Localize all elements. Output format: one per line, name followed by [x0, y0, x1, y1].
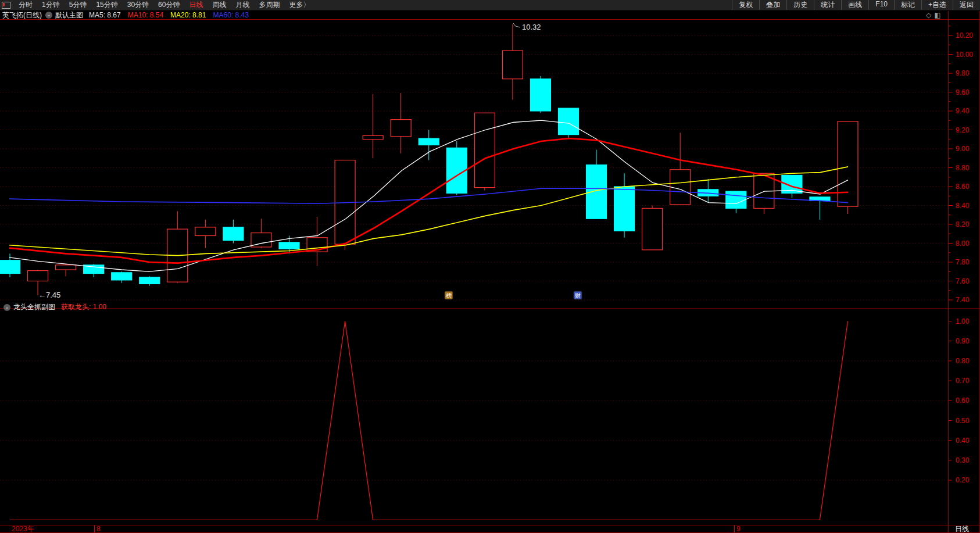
mark-button[interactable]: 标记: [894, 0, 921, 10]
sub-y-axis-label: 0.80: [956, 357, 970, 365]
event-marker-label: 财: [575, 292, 581, 299]
overlay-button[interactable]: 叠加: [759, 0, 786, 10]
sub-y-axis-label: 0.60: [956, 396, 970, 405]
chart-canvas[interactable]: 10.2010.009.809.609.409.209.008.808.608.…: [0, 10, 980, 533]
ma-line-ma20: [9, 167, 848, 256]
main-chart-header: 英飞拓(日线) ⌄ 默认主图 MA5: 8.67MA10: 8.54MA20: …: [0, 10, 256, 20]
low-label: ←7.45: [38, 291, 60, 299]
ma-legend: MA5: 8.67MA10: 8.54MA20: 8.81MA60: 8.43: [89, 11, 256, 19]
tab-period-fenshi[interactable]: 分时: [14, 0, 37, 10]
chart-stage: 10.2010.009.809.609.409.209.008.808.608.…: [0, 10, 980, 533]
y-axis-label: 9.00: [956, 145, 970, 153]
tab-period-30min[interactable]: 30分钟: [123, 0, 153, 10]
candle: [28, 271, 48, 281]
tab-period-weekly[interactable]: 周线: [208, 0, 231, 10]
history-button[interactable]: 历史: [786, 0, 814, 10]
toolbar-actions: 复权叠加历史统计画线F10标记+自选返回: [732, 0, 980, 10]
candle: [112, 273, 132, 280]
x-axis-month-label: 9: [736, 525, 741, 533]
y-axis-label: 8.00: [956, 239, 970, 248]
chevron-down-icon[interactable]: ⌄: [3, 304, 10, 311]
candle: [474, 113, 495, 187]
candle: [614, 187, 635, 231]
back-button[interactable]: 返回: [953, 0, 980, 10]
tab-period-daily[interactable]: 日线: [184, 0, 208, 10]
tab-period-15min[interactable]: 15分钟: [91, 0, 122, 10]
candle: [140, 277, 160, 284]
fuquan-button[interactable]: 复权: [732, 0, 759, 10]
y-axis-label: 7.40: [956, 296, 970, 304]
sub-y-axis-label: 0.40: [956, 437, 970, 445]
candle: [419, 138, 439, 145]
candle: [502, 51, 523, 79]
sub-chart-title: 龙头全抓副图: [13, 302, 55, 312]
y-axis-label: 9.20: [956, 126, 970, 134]
header-right-icons: ◇ ◧: [926, 10, 941, 20]
candle: [279, 242, 299, 249]
y-axis-label: 9.60: [956, 88, 970, 96]
layout-label[interactable]: 默认主图: [55, 10, 83, 20]
tab-period-monthly[interactable]: 月线: [231, 0, 254, 10]
ma5-label: MA5: 8.67: [89, 11, 121, 19]
chevron-down-icon[interactable]: ⌄: [45, 12, 52, 19]
y-axis-label: 7.60: [956, 277, 970, 285]
stats-button[interactable]: 统计: [814, 0, 841, 10]
x-axis-month-label: 8: [96, 525, 101, 533]
candle: [726, 191, 746, 208]
ma60-label: MA60: 8.43: [213, 11, 248, 19]
candle: [0, 260, 20, 274]
x-axis-year-label: 2023年: [12, 525, 34, 533]
f10-button[interactable]: F10: [868, 0, 894, 10]
toolbar: 分时1分钟5分钟15分钟30分钟60分钟日线周线月线多周期更多〉 复权叠加历史统…: [0, 0, 980, 10]
indicator-value: 获取龙头: 1.00: [61, 302, 106, 312]
sub-y-axis-label: 0.50: [956, 417, 970, 425]
candle: [586, 165, 607, 219]
period-tabs: 分时1分钟5分钟15分钟30分钟60分钟日线周线月线多周期更多〉: [14, 0, 314, 10]
app-icon[interactable]: [2, 2, 10, 9]
sub-y-axis-label: 0.20: [956, 476, 970, 484]
y-axis-label: 9.40: [956, 107, 970, 115]
candle: [838, 121, 858, 206]
y-axis-label: 7.80: [956, 258, 970, 266]
candle: [223, 227, 244, 241]
tab-period-1min[interactable]: 1分钟: [37, 0, 65, 10]
y-axis-label: 9.80: [956, 69, 970, 77]
ma10-label: MA10: 8.54: [128, 11, 163, 19]
y-axis-label: 8.40: [956, 202, 970, 210]
sub-chart-header: ⌄ 龙头全抓副图 获取龙头: 1.00: [3, 303, 106, 312]
diamond-icon[interactable]: ◇: [926, 11, 931, 19]
add-watchlist-button[interactable]: +自选: [921, 0, 953, 10]
y-axis-label: 8.60: [956, 183, 970, 191]
sub-y-axis-label: 0.70: [956, 377, 970, 385]
tab-period-60min[interactable]: 60分钟: [153, 0, 184, 10]
tab-period-more[interactable]: 更多〉: [284, 0, 314, 10]
stock-title: 英飞拓(日线): [2, 10, 42, 20]
candle: [670, 170, 691, 205]
tab-period-5min[interactable]: 5分钟: [65, 0, 92, 10]
candle: [642, 208, 663, 250]
sub-y-axis-label: 0.30: [956, 456, 970, 464]
candle: [391, 120, 411, 137]
period-indicator[interactable]: 日线: [955, 525, 969, 533]
indicator-line: [10, 321, 848, 520]
y-axis-label: 8.80: [956, 164, 970, 172]
y-axis-label: 10.00: [956, 51, 973, 59]
candle: [530, 79, 550, 111]
tab-period-multi-period[interactable]: 多周期: [254, 0, 284, 10]
candle: [56, 265, 76, 270]
high-label: 10.32: [522, 23, 541, 31]
draw-line-button[interactable]: 画线: [841, 0, 868, 10]
candle: [559, 108, 579, 135]
candle: [363, 135, 383, 139]
candle: [195, 227, 216, 236]
y-axis-label: 8.20: [956, 220, 970, 228]
ma20-label: MA20: 8.81: [170, 11, 206, 19]
annotation-arrow: [513, 23, 520, 27]
event-marker-label: 榜: [446, 292, 452, 299]
split-panel-icon[interactable]: ◧: [934, 11, 940, 19]
sub-y-axis-label: 0.90: [956, 337, 970, 345]
ma-line-ma60: [9, 188, 848, 203]
y-axis-label: 10.20: [956, 31, 973, 40]
sub-y-axis-label: 1.00: [956, 317, 970, 325]
